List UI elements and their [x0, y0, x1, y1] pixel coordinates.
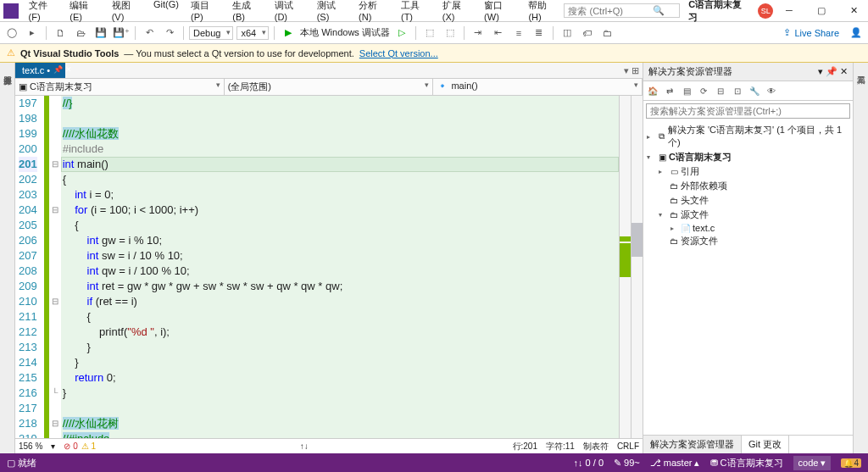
- solution-title: C语言期末复习: [688, 0, 749, 24]
- search-icon: 🔍: [653, 5, 665, 16]
- notification-text: — You must select a Qt version to use fo…: [124, 48, 353, 58]
- tree-row[interactable]: ▾▣C语言期末复习: [647, 150, 849, 164]
- right-tool-strip: 工具箱: [853, 63, 868, 453]
- fold-column: ⊟⊟⊟└⊟: [49, 96, 61, 438]
- menu-item[interactable]: 编辑(E): [64, 0, 104, 25]
- run-label[interactable]: 本地 Windows 调试器: [300, 26, 390, 39]
- save-icon[interactable]: 💾: [92, 25, 109, 42]
- zoom-level[interactable]: 156 %: [19, 441, 42, 451]
- context-member[interactable]: 🔹 main(): [433, 79, 643, 95]
- status-col: 字符:11: [546, 441, 575, 453]
- status-line: 行:201: [513, 441, 537, 453]
- live-share-icon: ⇪: [783, 27, 791, 38]
- new-file-icon[interactable]: 🗋: [52, 25, 69, 42]
- tree-row[interactable]: ▸📄text.c: [647, 222, 849, 234]
- menu-item[interactable]: 测试(S): [312, 0, 352, 25]
- tree-row[interactable]: 🗀资源文件: [647, 234, 849, 248]
- minimize-button[interactable]: ─: [778, 5, 800, 16]
- nav-back-icon[interactable]: ◯: [3, 25, 20, 42]
- redo-icon[interactable]: ↷: [161, 25, 178, 42]
- tree-row[interactable]: ▸⧉解决方案 'C语言期末复习' (1 个项目，共 1 个): [647, 123, 849, 150]
- tab-dirty-icon: •: [44, 65, 50, 75]
- tree-row[interactable]: ▾🗀源文件: [647, 208, 849, 222]
- tree-row[interactable]: ▸▭引用: [647, 164, 849, 179]
- editor-options-icon[interactable]: ▾ ⊞: [620, 65, 643, 76]
- status-lines: ✎ 99~: [614, 458, 640, 469]
- panel-tab-explorer[interactable]: 解决方案资源管理器: [643, 436, 742, 453]
- global-search-input[interactable]: [568, 6, 653, 16]
- tb7-icon[interactable]: ◫: [559, 25, 576, 42]
- context-project[interactable]: ▣ C语言期末复习: [15, 79, 225, 95]
- global-search[interactable]: 🔍: [564, 3, 680, 18]
- status-branch[interactable]: ⎇ master ▴: [650, 458, 700, 469]
- solution-explorer-toolbar: 🏠 ⇄ ▤ ⟳ ⊟ ⊡ 🔧 👁: [643, 81, 853, 101]
- preview-icon[interactable]: 👁: [764, 83, 779, 98]
- platform-dropdown[interactable]: x64: [236, 26, 269, 40]
- save-all-icon[interactable]: 💾⁺: [113, 25, 130, 42]
- tb9-icon[interactable]: 🗀: [599, 25, 616, 42]
- live-share-button[interactable]: ⇪ Live Share: [778, 27, 844, 38]
- user-avatar[interactable]: SL: [758, 3, 773, 19]
- show-all-icon[interactable]: ⊡: [730, 83, 745, 98]
- nav-fwd-icon[interactable]: ▸: [24, 25, 41, 42]
- menu-item[interactable]: 分析(N): [353, 0, 394, 25]
- notification-badge[interactable]: 🔔4: [841, 458, 861, 468]
- vertical-scrollbar[interactable]: [631, 96, 643, 438]
- menu-item[interactable]: 项目(P): [186, 0, 225, 25]
- notification-title: Qt Visual Studio Tools: [20, 48, 119, 58]
- left-tool-strip: 服务器资源: [0, 63, 15, 453]
- filter-icon[interactable]: ▤: [679, 83, 694, 98]
- switch-view-icon[interactable]: ⇄: [662, 83, 677, 98]
- editor-tabs: text.c • 📌 ✕ ▾ ⊞: [15, 63, 643, 79]
- properties-icon[interactable]: 🔧: [747, 83, 762, 98]
- overview-ruler[interactable]: [619, 96, 631, 438]
- file-tab[interactable]: text.c • 📌 ✕: [15, 63, 65, 78]
- run-icon[interactable]: ▶: [280, 25, 297, 42]
- panel-tab-git[interactable]: Git 更改: [742, 436, 789, 453]
- menu-item[interactable]: Git(G): [148, 0, 184, 25]
- solution-search-input[interactable]: [650, 106, 846, 116]
- status-mode[interactable]: code ▾: [793, 456, 832, 470]
- notification-link[interactable]: Select Qt version...: [359, 48, 438, 58]
- tb6-icon[interactable]: ≣: [531, 25, 548, 42]
- tb5-icon[interactable]: ≡: [510, 25, 527, 42]
- menu-item[interactable]: 窗口(W): [479, 0, 521, 25]
- warning-icon: ⚠: [7, 47, 15, 58]
- tb1-icon[interactable]: ⬚: [421, 25, 438, 42]
- config-dropdown[interactable]: Debug: [189, 26, 233, 40]
- line-number-gutter: 1971981992002012022032042052062072082092…: [15, 96, 44, 438]
- side-tab-toolbox[interactable]: 工具箱: [854, 66, 868, 73]
- tb4-icon[interactable]: ⇤: [490, 25, 507, 42]
- menu-item[interactable]: 文件(F): [24, 0, 64, 25]
- run-no-debug-icon[interactable]: ▷: [393, 25, 410, 42]
- close-button[interactable]: ✕: [843, 5, 865, 16]
- undo-icon[interactable]: ↶: [141, 25, 158, 42]
- menu-item[interactable]: 扩展(X): [437, 0, 477, 25]
- tab-close-icon[interactable]: ✕: [65, 65, 72, 74]
- tb2-icon[interactable]: ⬚: [442, 25, 459, 42]
- pin-icon[interactable]: 📌: [53, 65, 63, 74]
- sync-icon[interactable]: ⟳: [696, 83, 711, 98]
- maximize-button[interactable]: ▢: [810, 5, 832, 16]
- code-lines[interactable]: //}////水仙花数#includeint main(){ int i = 0…: [61, 96, 619, 438]
- menu-item[interactable]: 调试(D): [270, 0, 310, 25]
- menu-item[interactable]: 视图(V): [107, 0, 147, 25]
- tb3-icon[interactable]: ⇥: [470, 25, 487, 42]
- open-file-icon[interactable]: 🗁: [72, 25, 89, 42]
- error-count-icon[interactable]: ⊘ 0: [64, 441, 77, 451]
- tree-row[interactable]: 🗀外部依赖项: [647, 179, 849, 193]
- tb8-icon[interactable]: 🏷: [579, 25, 596, 42]
- home-icon[interactable]: 🏠: [645, 83, 660, 98]
- qt-warning-bar: ⚠ Qt Visual Studio Tools — You must sele…: [0, 44, 868, 63]
- tree-row[interactable]: 🗀头文件: [647, 193, 849, 208]
- status-repo[interactable]: ⛃ C语言期末复习: [710, 457, 783, 469]
- warning-count-icon[interactable]: ⚠ 1: [81, 441, 96, 451]
- collapse-icon[interactable]: ⊟: [713, 83, 728, 98]
- menu-item[interactable]: 生成(B): [227, 0, 267, 25]
- admin-icon[interactable]: 👤: [848, 25, 865, 42]
- solution-search[interactable]: [646, 103, 850, 119]
- context-scope[interactable]: (全局范围): [225, 79, 434, 95]
- menu-item[interactable]: 工具(T): [396, 0, 436, 25]
- side-tab-server[interactable]: 服务器资源: [1, 66, 14, 73]
- menu-item[interactable]: 帮助(H): [523, 0, 564, 25]
